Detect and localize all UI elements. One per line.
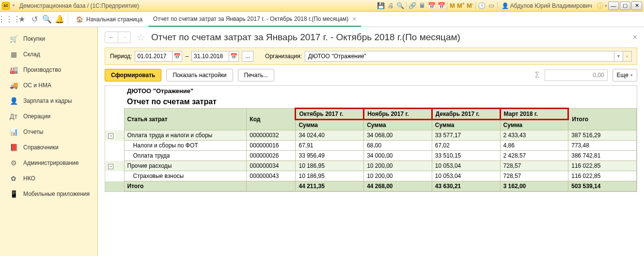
- star-icon[interactable]: ☆: [137, 32, 145, 43]
- forward-button[interactable]: →: [118, 32, 130, 43]
- table-row: Итого44 211,3544 268,0043 630,213 162,00…: [105, 181, 637, 192]
- cell-value: 4,86: [500, 141, 568, 151]
- sidebar-label: Справочники: [23, 144, 59, 151]
- sidebar-label: Зарплата и кадры: [23, 97, 72, 104]
- cell-name: Оплата труда и налоги и сборы: [124, 130, 247, 141]
- col-total: Итого: [568, 109, 637, 130]
- sidebar-item[interactable]: ⚙Администрирование: [0, 155, 97, 171]
- link-icon[interactable]: 🔗: [408, 1, 417, 11]
- back-button[interactable]: ←: [105, 32, 118, 43]
- user-block[interactable]: 👤 Абдулов Юрий Владимирович: [502, 2, 592, 9]
- date-to-input[interactable]: 31.10.2018: [191, 51, 229, 62]
- actions-bar: Сформировать Показать настройки Печать..…: [105, 69, 637, 81]
- cell-name: Оплата труда: [124, 151, 247, 161]
- minimize-button[interactable]: —: [608, 1, 619, 10]
- date-from-input[interactable]: 01.01.2017: [135, 51, 173, 62]
- info-icon[interactable]: ⓘ: [595, 1, 605, 11]
- tab-close-icon[interactable]: ×: [352, 15, 356, 23]
- preview-icon[interactable]: 🔍: [395, 1, 405, 11]
- report-org: ДЮТОО "Отражение": [124, 86, 636, 96]
- cell-total: 116 022,85: [568, 161, 637, 171]
- cell-total: 773,48: [568, 141, 637, 151]
- col-month-3: Март 2018 г.: [500, 109, 568, 120]
- cell-value: 3 162,00: [500, 181, 568, 192]
- period-picker-button[interactable]: ...: [242, 51, 253, 62]
- maximize-button[interactable]: ▢: [620, 1, 630, 10]
- close-window-button[interactable]: ✕: [631, 1, 642, 10]
- cell-value: 43 630,21: [432, 181, 500, 192]
- sidebar-label: Производство: [23, 66, 61, 73]
- notify-icon[interactable]: 🔔: [53, 13, 66, 26]
- sidebar-label: Администрирование: [23, 160, 79, 166]
- cell-value: 728,57: [500, 161, 568, 171]
- history-icon[interactable]: ↺: [28, 13, 41, 26]
- cell-value: 33 510,15: [432, 151, 500, 161]
- collapse-icon[interactable]: −: [108, 164, 113, 169]
- sidebar-item[interactable]: ДтОперации: [0, 109, 97, 124]
- col-sum-1: Сумма: [364, 120, 432, 130]
- sidebar-icon: 🚚: [9, 81, 18, 89]
- cell-code: 000000032: [247, 130, 296, 141]
- cell-total: 116 022,85: [568, 171, 637, 181]
- sidebar: 🛒Покупки▦Склад🏭Производство🚚ОС и НМА👤Зар…: [0, 27, 98, 256]
- show-settings-button[interactable]: Показать настройки: [166, 69, 233, 81]
- generate-button[interactable]: Сформировать: [105, 69, 161, 81]
- cell-code: 000000034: [247, 161, 296, 171]
- font-decrease-icon[interactable]: M: [466, 1, 474, 9]
- windows-icon[interactable]: ▭: [487, 1, 496, 11]
- sidebar-label: Мобильные приложения: [23, 191, 90, 197]
- clock-icon[interactable]: 🕓: [477, 1, 487, 11]
- cell-value: 67,02: [432, 141, 500, 151]
- app-dropdown-icon[interactable]: ▼: [12, 3, 16, 8]
- font-increase-icon[interactable]: M: [456, 1, 466, 9]
- sidebar-item[interactable]: 🏭Производство: [0, 62, 97, 78]
- cell-value: 44 268,00: [364, 181, 432, 192]
- table-row: Налоги и сборы по ФОТ00000001667,9168,00…: [105, 141, 637, 151]
- calendar-icon[interactable]: 📅: [427, 1, 437, 11]
- sidebar-label: Операции: [23, 113, 50, 120]
- sidebar-item[interactable]: ✿НКО: [0, 171, 97, 186]
- calc-icon[interactable]: 🖩: [417, 1, 427, 11]
- date-to-cal-icon[interactable]: 📅: [229, 51, 239, 62]
- page-close-icon[interactable]: ×: [633, 33, 637, 42]
- sum-field[interactable]: 0,00: [545, 69, 608, 81]
- sidebar-item[interactable]: 👤Зарплата и кадры: [0, 93, 97, 109]
- sidebar-item[interactable]: ▦Склад: [0, 47, 97, 62]
- tab-report[interactable]: Отчет по счетам затрат за Январь 2017 г.…: [148, 12, 361, 27]
- params-bar: Период: 01.01.2017 📅 – 31.10.2018 📅 ... …: [105, 48, 637, 65]
- col-month-1: Ноябрь 2017 г.: [364, 109, 432, 120]
- sidebar-label: Отчеты: [23, 128, 43, 135]
- font-normal-icon[interactable]: M: [449, 2, 456, 9]
- main-toolbar: ⋮⋮⋮ ★ ↺ 🔍 🔔 🏠 Начальная страница Отчет п…: [0, 12, 644, 27]
- sidebar-item[interactable]: 📊Отчеты: [0, 124, 97, 140]
- sidebar-item[interactable]: 📕Справочники: [0, 140, 97, 155]
- collapse-icon[interactable]: −: [108, 133, 113, 139]
- sidebar-item[interactable]: 🚚ОС и НМА: [0, 78, 97, 93]
- cell-value: 67,91: [296, 141, 364, 151]
- sidebar-item[interactable]: 🛒Покупки: [0, 31, 97, 47]
- sidebar-label: ОС и НМА: [23, 82, 51, 89]
- table-row: Страховые взносы00000004310 186,9510 200…: [105, 171, 637, 181]
- print-button[interactable]: Печать...: [238, 69, 274, 81]
- col-month-0: Октябрь 2017 г.: [296, 109, 364, 120]
- sidebar-icon: 📱: [9, 190, 18, 198]
- sidebar-item[interactable]: 📱Мобильные приложения: [0, 186, 97, 202]
- day-icon[interactable]: 📅: [437, 1, 446, 11]
- tab-report-label: Отчет по счетам затрат за Январь 2017 г.…: [153, 16, 348, 22]
- cell-value: 34 024,40: [296, 130, 364, 141]
- print-icon[interactable]: 🖨: [386, 1, 395, 11]
- save-icon[interactable]: 💾: [376, 1, 386, 11]
- user-icon: 👤: [502, 2, 509, 9]
- cell-code: 000000016: [247, 141, 296, 151]
- org-clear-icon[interactable]: ▫: [623, 51, 632, 62]
- date-from-cal-icon[interactable]: 📅: [173, 51, 182, 62]
- search-icon[interactable]: 🔍: [41, 13, 53, 26]
- org-dropdown-icon[interactable]: ▼: [614, 51, 623, 62]
- apps-icon[interactable]: ⋮⋮⋮: [3, 13, 16, 26]
- tab-home[interactable]: 🏠 Начальная страница: [70, 12, 148, 27]
- org-input[interactable]: ДЮТОО "Отражение": [305, 51, 614, 62]
- sidebar-label: НКО: [23, 175, 35, 182]
- cell-value: 33 956,49: [296, 151, 364, 161]
- more-button[interactable]: Еще: [613, 69, 637, 81]
- favorite-icon[interactable]: ★: [16, 13, 28, 26]
